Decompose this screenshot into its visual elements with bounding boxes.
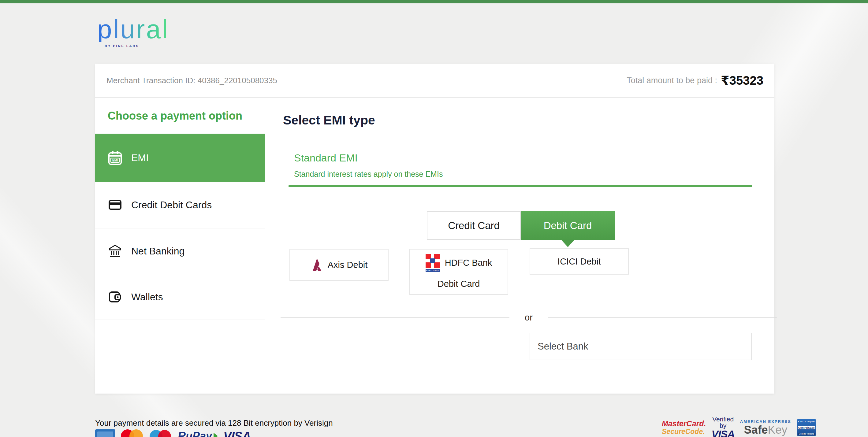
panel-body: Choose a payment option EMI EMI — [95, 98, 774, 394]
bank-option-axis-debit[interactable]: Axis Debit — [289, 249, 389, 281]
mastercard-logo — [121, 429, 144, 437]
amex-safekey-wordmark: SafeKey — [740, 424, 791, 435]
bank-option-icici-debit[interactable]: ICICI Debit — [530, 248, 629, 275]
vbv-line1: Verified by — [712, 416, 735, 429]
divider-line — [548, 317, 777, 318]
select-bank-placeholder: Select Bank — [537, 341, 588, 352]
bank-option-hdfc-debit[interactable]: HDFC BANK HDFC Bank Debit Card — [409, 249, 508, 295]
tab-label: Credit Card — [448, 220, 500, 232]
active-tab-pointer — [561, 240, 575, 247]
brand-logo: plural BY PINE LABS — [97, 16, 169, 48]
pci-line2: ControlCase — [798, 426, 815, 429]
sidebar-item-label: Net Banking — [131, 245, 185, 257]
sidebar-item-label: EMI — [131, 152, 149, 164]
verified-by-visa-badge: Verified by VISA — [712, 416, 735, 437]
emi-content: Select EMI type Standard EMI Standard in… — [266, 98, 774, 394]
maestro-logo — [150, 429, 172, 437]
securecode-line2: SecureCode. — [662, 428, 706, 435]
pci-line1: ✔ PCI Compliant — [798, 420, 815, 423]
vbv-line2: VISA — [712, 429, 735, 437]
payment-panel: Merchant Transaction ID: 40386_220105080… — [95, 64, 774, 394]
sidebar-item-net-banking[interactable]: Net Banking — [95, 229, 265, 274]
sidebar-item-credit-debit-cards[interactable]: Credit Debit Cards — [95, 182, 265, 229]
payment-options-sidebar: Choose a payment option EMI EMI — [95, 98, 265, 394]
or-label: or — [525, 312, 533, 323]
total-amount-block: Total amount to be paid : ₹35323 — [627, 73, 763, 88]
trust-badges: MasterCard. SecureCode. Verified by VISA… — [662, 416, 775, 437]
merchant-transaction-id: Merchant Transaction ID: 40386_220105080… — [106, 76, 277, 85]
brand-tagline: BY PINE LABS — [105, 44, 169, 48]
bank-option-label: ICICI Debit — [557, 257, 601, 267]
sidebar-item-wallets[interactable]: Wallets — [95, 274, 265, 320]
total-amount-label: Total amount to be paid : — [627, 76, 717, 85]
top-accent-bar — [0, 0, 868, 3]
accepted-cards-row: RuPay VISA — [95, 429, 251, 437]
pci-compliant-badge[interactable]: ✔ PCI Compliant ControlCase Click to Val… — [797, 419, 816, 436]
bank-option-line1: HDFC BANK HDFC Bank — [410, 254, 507, 272]
sidebar-item-label: Credit Debit Cards — [131, 199, 212, 211]
sidebar-item-label: Wallets — [131, 292, 163, 303]
bank-icon — [108, 244, 122, 259]
security-note: Your payment details are secured via 128… — [95, 418, 333, 428]
rupay-logo: RuPay — [178, 429, 218, 437]
securecode-line1: MasterCard. — [662, 420, 706, 428]
american-express-logo — [95, 429, 115, 437]
page-title: Select EMI type — [283, 113, 375, 128]
sidebar-title: Choose a payment option — [108, 109, 242, 122]
bank-option-line2: Debit Card — [410, 279, 507, 289]
axis-bank-logo — [311, 258, 323, 272]
hdfc-bank-logo: HDFC BANK — [425, 254, 440, 272]
tab-debit-card[interactable]: Debit Card — [521, 211, 615, 240]
amex-safekey-badge: AMERICAN EXPRESS SafeKey — [740, 419, 791, 435]
emi-calendar-icon: EMI — [108, 150, 122, 165]
divider-line — [281, 317, 509, 318]
sidebar-item-emi[interactable]: EMI EMI — [95, 134, 265, 182]
panel-header: Merchant Transaction ID: 40386_220105080… — [95, 64, 774, 98]
bank-option-label: Axis Debit — [328, 260, 368, 270]
svg-text:EMI: EMI — [112, 159, 118, 162]
tab-credit-card[interactable]: Credit Card — [427, 211, 521, 240]
total-amount-value: ₹35323 — [721, 73, 763, 88]
select-bank-dropdown[interactable]: Select Bank — [530, 333, 752, 360]
mastercard-securecode-badge: MasterCard. SecureCode. — [662, 420, 706, 435]
hdfc-logo-caption: HDFC BANK — [426, 269, 440, 272]
wallet-icon — [108, 290, 122, 304]
credit-card-icon — [108, 198, 122, 212]
pci-line3: Click to Validate — [798, 433, 815, 435]
visa-logo: VISA — [223, 429, 251, 437]
standard-emi-heading: Standard EMI — [294, 152, 358, 164]
standard-emi-subheading: Standard interest rates apply on these E… — [294, 170, 443, 178]
or-divider: or — [281, 312, 777, 323]
payment-page: plural BY PINE LABS Merchant Transaction… — [0, 0, 868, 437]
brand-name: plural — [97, 16, 169, 42]
standard-emi-underline — [288, 185, 752, 187]
tab-label: Debit Card — [544, 220, 592, 232]
bank-option-label: HDFC Bank — [445, 258, 492, 268]
card-type-tabs: Credit Card Debit Card — [427, 211, 615, 240]
amex-line1: AMERICAN EXPRESS — [740, 419, 791, 424]
